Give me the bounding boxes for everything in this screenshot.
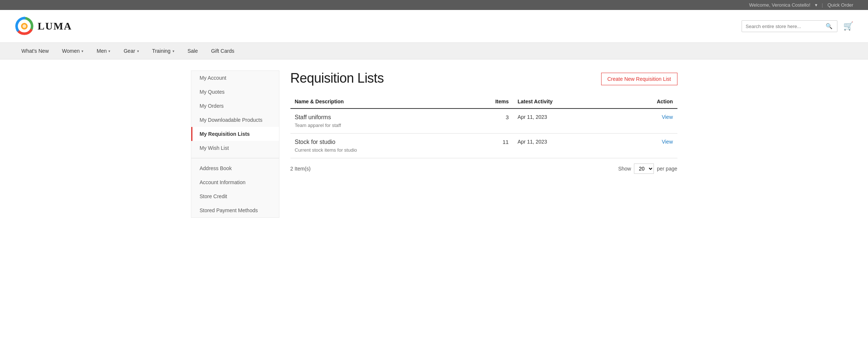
view-link[interactable]: View: [662, 139, 673, 145]
main-layout: My Account My Quotes My Orders My Downlo…: [176, 59, 692, 229]
table-footer: 2 Item(s) Show 10 20 50 per page: [290, 163, 677, 174]
item-name: Staff uniforms: [295, 114, 456, 121]
show-label: Show: [618, 166, 631, 172]
search-box: 🔍: [742, 20, 837, 32]
per-page-label: per page: [657, 166, 677, 172]
nav-item-gift-cards[interactable]: Gift Cards: [205, 43, 241, 59]
cell-items: 11: [460, 134, 513, 158]
col-name-desc: Name & Description: [290, 95, 460, 108]
search-input[interactable]: [746, 24, 825, 29]
chevron-down-icon: ▾: [108, 49, 110, 53]
logo-icon: [15, 17, 34, 36]
logo-text: LUMA: [38, 20, 72, 32]
nav-item-sale[interactable]: Sale: [181, 43, 205, 59]
cell-items: 3: [460, 108, 513, 134]
svg-point-2: [22, 24, 26, 28]
header: LUMA 🔍 🛒: [0, 10, 868, 43]
top-bar: Welcome, Veronica Costello! ▾ | Quick Or…: [0, 0, 868, 10]
page-title: Requisition Lists: [290, 70, 384, 86]
nav-item-gear[interactable]: Gear ▾: [117, 43, 145, 59]
nav-item-training[interactable]: Training ▾: [146, 43, 181, 59]
sidebar-item-my-account[interactable]: My Account: [191, 71, 279, 85]
content-header: Requisition Lists Create New Requisition…: [290, 70, 677, 86]
table-row: Staff uniforms Team apparel for staff 3 …: [290, 108, 677, 134]
cell-name-desc: Staff uniforms Team apparel for staff: [290, 108, 460, 134]
sidebar-item-my-requisition-lists[interactable]: My Requisition Lists: [191, 127, 279, 141]
sidebar-item-store-credit[interactable]: Store Credit: [191, 189, 279, 203]
item-description: Current stock items for studio: [295, 147, 357, 153]
nav-bar: What's New Women ▾ Men ▾ Gear ▾ Training…: [0, 43, 868, 59]
cell-action: View: [618, 134, 677, 158]
table-row: Stock for studio Current stock items for…: [290, 134, 677, 158]
dropdown-chevron: ▾: [815, 2, 818, 8]
welcome-text: Welcome, Veronica Costello!: [749, 2, 811, 8]
sidebar: My Account My Quotes My Orders My Downlo…: [191, 70, 279, 218]
sidebar-item-my-orders[interactable]: My Orders: [191, 99, 279, 113]
nav-item-women[interactable]: Women ▾: [55, 43, 90, 59]
nav-item-whats-new[interactable]: What's New: [15, 43, 55, 59]
chevron-down-icon: ▾: [172, 49, 174, 53]
sidebar-item-my-wish-list[interactable]: My Wish List: [191, 141, 279, 155]
per-page-select[interactable]: 10 20 50: [634, 163, 654, 174]
table-header-row: Name & Description Items Latest Activity…: [290, 95, 677, 108]
item-description: Team apparel for staff: [295, 123, 341, 128]
cart-icon[interactable]: 🛒: [843, 21, 853, 31]
cell-name-desc: Stock for studio Current stock items for…: [290, 134, 460, 158]
sidebar-item-my-downloadable-products[interactable]: My Downloadable Products: [191, 113, 279, 127]
col-latest-activity: Latest Activity: [513, 95, 618, 108]
logo-area: LUMA: [15, 17, 72, 36]
per-page-area: Show 10 20 50 per page: [618, 163, 677, 174]
item-name: Stock for studio: [295, 139, 456, 145]
col-items: Items: [460, 95, 513, 108]
divider: |: [822, 2, 823, 8]
content: Requisition Lists Create New Requisition…: [290, 70, 677, 218]
cell-action: View: [618, 108, 677, 134]
chevron-down-icon: ▾: [137, 49, 139, 53]
header-right: 🔍 🛒: [742, 20, 853, 32]
create-new-requisition-list-button[interactable]: Create New Requisition List: [601, 73, 677, 85]
items-count: 2 Item(s): [290, 166, 311, 172]
chevron-down-icon: ▾: [81, 49, 83, 53]
requisition-table: Name & Description Items Latest Activity…: [290, 95, 677, 158]
sidebar-item-address-book[interactable]: Address Book: [191, 161, 279, 175]
view-link[interactable]: View: [662, 114, 673, 120]
sidebar-item-my-quotes[interactable]: My Quotes: [191, 85, 279, 99]
search-button[interactable]: 🔍: [825, 23, 833, 30]
nav-item-men[interactable]: Men ▾: [90, 43, 117, 59]
col-action: Action: [618, 95, 677, 108]
sidebar-item-stored-payment-methods[interactable]: Stored Payment Methods: [191, 203, 279, 217]
cell-latest-activity: Apr 11, 2023: [513, 134, 618, 158]
quick-order-link[interactable]: Quick Order: [827, 2, 853, 8]
sidebar-item-account-information[interactable]: Account Information: [191, 175, 279, 189]
sidebar-divider: [191, 158, 279, 158]
cell-latest-activity: Apr 11, 2023: [513, 108, 618, 134]
